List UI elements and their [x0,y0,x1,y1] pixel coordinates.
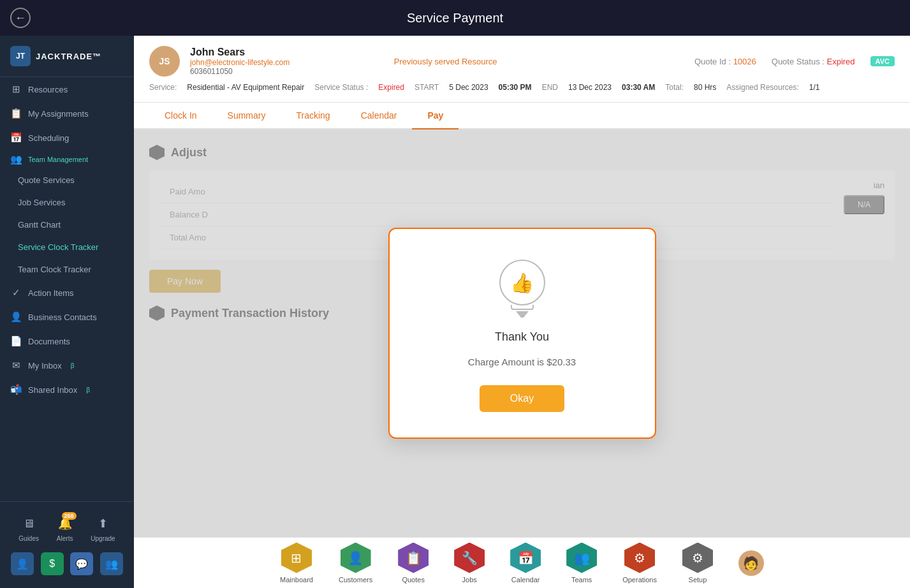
teams-label: Teams [571,576,592,584]
sidebar-item-my-inbox[interactable]: ✉ My Inbox β [0,353,134,378]
quote-id: Quote Id : 10026 [694,57,756,66]
profile-row: JS John Sears john@electronic-lifestyle.… [149,46,895,77]
service-row: Service: Residential - AV Equipment Repa… [149,83,895,92]
teams-icon: 👥 [566,543,597,573]
resources-icon: ⊞ [10,84,22,95]
quotes-icon: 📋 [398,543,429,573]
profile-meta: Quote Id : 10026 Quote Status : Expired … [508,56,895,66]
shared-inbox-icon: 📬 [10,384,22,395]
nav-icon-3[interactable]: 💬 [70,552,93,575]
sidebar-item-action-items[interactable]: ✓ Action Items [0,281,134,305]
modal-ok-button[interactable]: Okay [480,385,564,412]
setup-icon: ⚙ [682,543,713,573]
guides-button[interactable]: 🖥 Guides [18,515,39,542]
jobs-icon: 🔧 [454,543,485,573]
tab-summary[interactable]: Summary [212,103,281,129]
profile-email: john@electronic-lifestyle.com [190,58,384,67]
sidebar-item-team-management[interactable]: 👥 Team Management [0,150,134,169]
tab-pay[interactable]: Pay [412,103,459,129]
main-layout: JT JACKTRADE™ ⊞ Resources 📋 My Assignmen… [0,36,910,588]
nav-icon-2[interactable]: $ [41,552,64,575]
mainboard-label: Mainboard [280,576,313,584]
modal-charge-text: Charge Amount is $20.33 [468,356,576,367]
thumbs-up-icon: 👍 [499,260,545,305]
nav-customers[interactable]: 👤 Customers [339,543,372,584]
sidebar-bottom-actions: 🖥 Guides 🔔 268 Alerts ⬆ Upgrade [0,510,134,547]
content-area: JS John Sears john@electronic-lifestyle.… [134,36,910,588]
nav-teams[interactable]: 👥 Teams [566,543,597,584]
sidebar-bottom-nav: 👤 $ 💬 👥 [0,547,134,580]
documents-icon: 📄 [10,335,22,347]
tab-tracking[interactable]: Tracking [281,103,345,129]
modal-overlay: 👍 Thank You Charge Amount is $20.33 Okay [134,129,910,537]
tab-clock-in[interactable]: Clock In [149,103,212,129]
alerts-button[interactable]: 🔔 268 Alerts [56,515,74,542]
logo-icon: JT [10,46,31,66]
bottom-nav: ⊞ Mainboard 👤 Customers 📋 Quotes 🔧 Jobs … [134,537,910,588]
nav-quotes[interactable]: 📋 Quotes [398,543,429,584]
tab-calendar[interactable]: Calendar [346,103,413,129]
scheduling-icon: 📅 [10,132,22,143]
calendar-label: Calendar [511,576,540,584]
profile-header: JS John Sears john@electronic-lifestyle.… [134,36,910,103]
award-chevron [516,311,529,318]
nav-icon-1[interactable]: 👤 [11,552,34,575]
sidebar-item-quote-services[interactable]: Quote Services [0,169,134,191]
page-content: Adjust Paid Amo Balance D Total Amo ian [134,129,910,537]
modal-icon-area: 👍 [499,260,545,318]
modal-thank-you: Thank You [495,330,549,344]
upgrade-button[interactable]: ⬆ Upgrade [91,515,115,542]
nav-setup[interactable]: ⚙ Setup [682,543,713,584]
profile-info: John Sears john@electronic-lifestyle.com… [190,47,384,76]
sidebar-item-job-services[interactable]: Job Services [0,191,134,214]
page-title: Service Payment [407,11,503,26]
calendar-icon: 📅 [510,543,541,573]
nav-icon-4[interactable]: 👥 [100,552,123,575]
sidebar-logo: JT JACKTRADE™ [0,36,134,77]
user-avatar[interactable]: 🧑 [738,550,764,576]
tabs-bar: Clock In Summary Tracking Calendar Pay [134,103,910,129]
avatar: JS [149,46,180,77]
upgrade-icon: ⬆ [94,515,112,533]
sidebar-item-service-clock-tracker[interactable]: Service Clock Tracker [0,236,134,258]
top-bar: ← Service Payment [0,0,910,36]
guides-icon: 🖥 [20,515,38,533]
user-avatar-icon: 🧑 [743,555,759,571]
contacts-icon: 👤 [10,311,22,323]
sidebar-item-business-contacts[interactable]: 👤 Business Contacts [0,305,134,329]
inbox-icon: ✉ [10,360,22,371]
customers-icon: 👤 [341,543,371,573]
quote-status: Quote Status : Expired [772,57,855,66]
alerts-icon: 🔔 268 [56,515,74,533]
assignments-icon: 📋 [10,108,22,119]
sidebar-item-my-assignments[interactable]: 📋 My Assignments [0,101,134,126]
action-items-icon: ✓ [10,287,22,298]
profile-name: John Sears [190,47,384,58]
sidebar-item-resources[interactable]: ⊞ Resources [0,77,134,101]
sidebar-item-team-clock-tracker[interactable]: Team Clock Tracker [0,258,134,281]
modal-box: 👍 Thank You Charge Amount is $20.33 Okay [388,228,656,439]
operations-icon: ⚙ [624,543,655,573]
alerts-badge: 268 [62,512,77,520]
nav-operations[interactable]: ⚙ Operations [622,543,657,584]
sidebar-item-documents[interactable]: 📄 Documents [0,329,134,353]
setup-label: Setup [689,576,707,584]
team-mgmt-icon: 👥 [10,154,22,165]
sidebar: JT JACKTRADE™ ⊞ Resources 📋 My Assignmen… [0,36,134,588]
back-button[interactable]: ← [10,8,31,28]
nav-jobs[interactable]: 🔧 Jobs [454,543,485,584]
avc-badge: AVC [870,56,895,66]
sidebar-item-gantt-chart[interactable]: Gantt Chart [0,214,134,236]
sidebar-bottom: 🖥 Guides 🔔 268 Alerts ⬆ Upgrade 👤 $ [0,501,134,588]
logo-text: JACKTRADE™ [36,52,101,61]
sidebar-item-shared-inbox[interactable]: 📬 Shared Inbox β [0,378,134,402]
operations-label: Operations [622,576,657,584]
quotes-label: Quotes [402,576,424,584]
profile-phone: 6036011050 [190,67,384,76]
sidebar-item-scheduling[interactable]: 📅 Scheduling [0,126,134,150]
customers-label: Customers [339,576,372,584]
award-ribbon [511,305,534,310]
jobs-label: Jobs [462,576,477,584]
nav-calendar[interactable]: 📅 Calendar [510,543,541,584]
nav-mainboard[interactable]: ⊞ Mainboard [280,543,313,584]
